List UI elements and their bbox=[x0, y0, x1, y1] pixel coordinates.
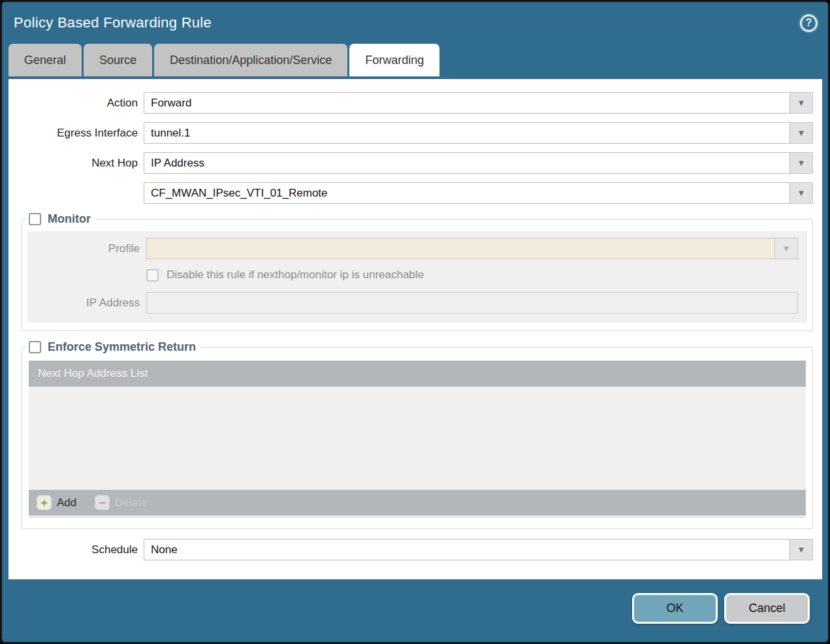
action-combobox: Forward ▼ bbox=[144, 92, 813, 114]
action-label: Action bbox=[8, 97, 139, 110]
titlebar: Policy Based Forwarding Rule ? bbox=[2, 2, 828, 44]
chevron-down-icon: ▼ bbox=[797, 188, 806, 198]
chevron-down-icon: ▼ bbox=[797, 98, 806, 108]
schedule-combobox: None ▼ bbox=[144, 539, 813, 560]
action-row: Action Forward ▼ bbox=[8, 92, 822, 114]
next-hop-address-list-header: Next Hop Address List bbox=[29, 361, 806, 387]
monitor-ip-address-row: IP Address bbox=[27, 292, 807, 314]
egress-interface-value[interactable]: tunnel.1 bbox=[144, 122, 790, 144]
add-button[interactable]: + Add bbox=[37, 495, 76, 510]
delete-button-label: Delete bbox=[115, 496, 147, 509]
tab-bar: General Source Destination/Application/S… bbox=[2, 44, 828, 76]
tab-forwarding[interactable]: Forwarding bbox=[349, 44, 439, 76]
schedule-row: Schedule None ▼ bbox=[8, 539, 822, 560]
monitor-section: Monitor Profile ▼ Disable this rule if n… bbox=[22, 212, 813, 331]
enforce-symmetric-return-title: Enforce Symmetric Return bbox=[48, 340, 196, 354]
tab-general[interactable]: General bbox=[8, 44, 82, 76]
schedule-value[interactable]: None bbox=[144, 539, 790, 560]
next-hop-address-list-body[interactable] bbox=[29, 387, 806, 490]
profile-value bbox=[146, 238, 775, 259]
next-hop-address-list-table: Next Hop Address List + Add − Delete bbox=[29, 361, 806, 518]
enforce-symmetric-return-checkbox[interactable] bbox=[29, 341, 41, 353]
egress-interface-dropdown-button[interactable]: ▼ bbox=[790, 122, 813, 144]
tab-panel-forwarding: Action Forward ▼ Egress Interface tunnel… bbox=[8, 79, 822, 579]
chevron-down-icon: ▼ bbox=[782, 244, 791, 253]
monitor-title: Monitor bbox=[48, 212, 91, 226]
dialog-title: Policy Based Forwarding Rule bbox=[14, 14, 212, 31]
ok-button[interactable]: OK bbox=[632, 593, 718, 624]
disable-rule-checkbox bbox=[146, 269, 159, 282]
monitor-ip-address-field-wrap bbox=[146, 292, 798, 314]
minus-icon: − bbox=[95, 495, 110, 510]
monitor-ip-address-field bbox=[146, 292, 798, 314]
monitor-panel: Profile ▼ Disable this rule if nexthop/m… bbox=[27, 231, 807, 323]
dialog-footer: OK Cancel bbox=[2, 575, 828, 642]
disable-rule-row: Disable this rule if nexthop/monitor ip … bbox=[146, 268, 807, 282]
enforce-symmetric-return-legend: Enforce Symmetric Return bbox=[27, 340, 201, 354]
tab-destination-application-service[interactable]: Destination/Application/Service bbox=[154, 44, 347, 76]
disable-rule-label: Disable this rule if nexthop/monitor ip … bbox=[167, 268, 424, 282]
action-value[interactable]: Forward bbox=[144, 92, 790, 114]
action-dropdown-button[interactable]: ▼ bbox=[790, 92, 813, 114]
chevron-down-icon: ▼ bbox=[797, 545, 806, 555]
add-button-label: Add bbox=[57, 496, 76, 509]
next-hop-row: Next Hop IP Address ▼ bbox=[8, 152, 822, 174]
enforce-symmetric-return-section: Enforce Symmetric Return Next Hop Addres… bbox=[22, 340, 813, 529]
cancel-button[interactable]: Cancel bbox=[724, 593, 810, 624]
monitor-legend: Monitor bbox=[27, 212, 96, 226]
profile-label: Profile bbox=[27, 242, 140, 255]
next-hop-type-combobox: IP Address ▼ bbox=[144, 152, 813, 174]
help-icon[interactable]: ? bbox=[800, 14, 818, 32]
plus-icon: + bbox=[37, 495, 52, 510]
schedule-label: Schedule bbox=[8, 543, 139, 556]
egress-interface-row: Egress Interface tunnel.1 ▼ bbox=[8, 122, 822, 144]
delete-button: − Delete bbox=[95, 495, 147, 510]
tab-source[interactable]: Source bbox=[84, 44, 152, 76]
chevron-down-icon: ▼ bbox=[797, 128, 806, 138]
profile-combobox: ▼ bbox=[146, 238, 798, 259]
monitor-checkbox[interactable] bbox=[29, 213, 41, 225]
pbf-rule-dialog: Policy Based Forwarding Rule ? General S… bbox=[0, 0, 830, 644]
profile-dropdown-button: ▼ bbox=[775, 238, 798, 259]
profile-row: Profile ▼ bbox=[27, 238, 807, 259]
next-hop-address-row: CF_MWAN_IPsec_VTI_01_Remote ▼ bbox=[8, 182, 822, 204]
egress-interface-label: Egress Interface bbox=[8, 127, 139, 140]
next-hop-address-dropdown-button[interactable]: ▼ bbox=[790, 182, 813, 204]
next-hop-address-value[interactable]: CF_MWAN_IPsec_VTI_01_Remote bbox=[144, 182, 790, 204]
next-hop-label: Next Hop bbox=[8, 157, 139, 170]
egress-interface-combobox: tunnel.1 ▼ bbox=[144, 122, 813, 144]
next-hop-type-value[interactable]: IP Address bbox=[144, 152, 790, 174]
next-hop-address-combobox: CF_MWAN_IPsec_VTI_01_Remote ▼ bbox=[144, 182, 813, 204]
schedule-dropdown-button[interactable]: ▼ bbox=[790, 539, 813, 560]
monitor-ip-address-label: IP Address bbox=[27, 297, 140, 310]
next-hop-address-list-toolbar: + Add − Delete bbox=[29, 490, 806, 515]
next-hop-type-dropdown-button[interactable]: ▼ bbox=[790, 152, 813, 174]
chevron-down-icon: ▼ bbox=[797, 158, 806, 168]
